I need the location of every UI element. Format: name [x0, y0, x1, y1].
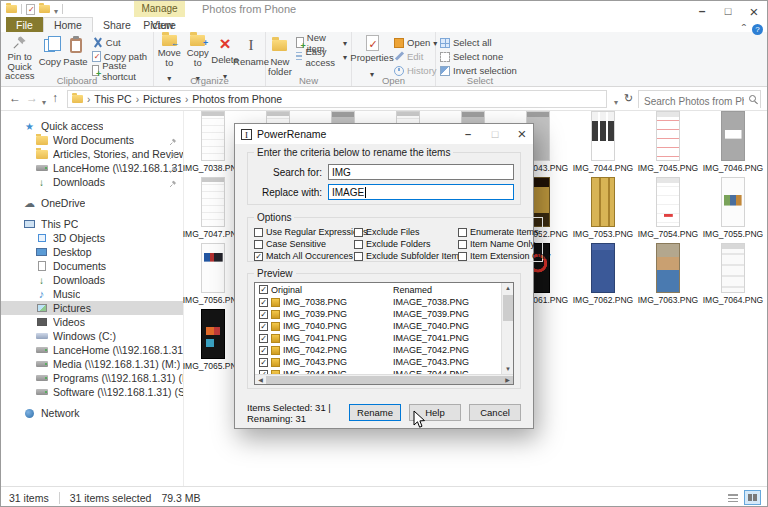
checkbox[interactable] [259, 298, 268, 307]
help-icon[interactable] [752, 24, 763, 35]
breadcrumb-this-pc[interactable]: This PC [94, 93, 131, 105]
sidebar-item-this-pc[interactable]: This PC [1, 217, 183, 231]
sidebar-item-quick-access[interactable]: Quick access [1, 119, 183, 133]
file-item-img-7064-png[interactable]: IMG_7064.PNG [701, 243, 765, 307]
easy-access-button[interactable]: Easy access [293, 50, 350, 63]
minimize-button[interactable] [689, 1, 715, 22]
paste-button[interactable]: Paste [62, 34, 89, 76]
checkbox[interactable] [259, 346, 268, 355]
sidebar-item-onedrive[interactable]: OneDrive [1, 196, 183, 210]
file-item-img-7054-png[interactable]: IMG_7054.PNG [636, 177, 700, 241]
move-to-button[interactable]: ← Move to [155, 34, 184, 76]
sidebar-item-desktop[interactable]: Desktop [1, 245, 183, 259]
breadcrumb-photos-from-phone[interactable]: Photos from Phone [192, 93, 282, 105]
checkbox[interactable] [458, 252, 467, 261]
file-item-img-7053-png[interactable]: IMG_7053.PNG [571, 177, 635, 241]
close-button[interactable] [741, 1, 767, 22]
edit-button[interactable]: Edit [391, 50, 440, 63]
breadcrumb[interactable]: This PC Pictures Photos from Phone [67, 90, 607, 108]
checkbox[interactable] [259, 358, 268, 367]
checkbox[interactable] [254, 252, 263, 261]
select-all-checkbox[interactable] [259, 285, 268, 294]
dialog-maximize-button[interactable] [484, 125, 506, 143]
file-item-img-7046-png[interactable]: IMG_7046.PNG [701, 111, 765, 175]
checkbox[interactable] [458, 240, 467, 249]
file-item-img-7062-png[interactable]: IMG_7062.PNG [571, 243, 635, 307]
maximize-button[interactable] [715, 1, 741, 22]
sidebar-item-downloads[interactable]: Downloads [1, 273, 183, 287]
sidebar-item-software-192-168-1-31-s[interactable]: Software (\\192.168.1.31) (S:) [1, 385, 183, 399]
sidebar-item-word-documents[interactable]: Word Documents [1, 133, 183, 147]
checkbox[interactable] [458, 228, 467, 237]
address-dropdown-icon[interactable] [614, 94, 618, 108]
vertical-scrollbar[interactable] [501, 283, 513, 375]
new-folder-qat-icon[interactable] [39, 5, 50, 13]
copy-button[interactable]: Copy [37, 34, 62, 76]
breadcrumb-pictures[interactable]: Pictures [143, 93, 181, 105]
option-item-extension-only[interactable]: Item Extension Only [458, 251, 536, 261]
recent-locations-icon[interactable] [42, 94, 46, 108]
sidebar-item-videos[interactable]: Videos [1, 315, 183, 329]
sidebar-item-articles-stories-and-reviews[interactable]: Articles, Stories, and Reviews [1, 147, 183, 161]
checkbox[interactable] [354, 252, 363, 261]
option-enumerate-items[interactable]: Enumerate Items [458, 227, 536, 237]
forward-icon[interactable] [26, 91, 38, 105]
option-case-sensitive[interactable]: Case Sensitive [254, 239, 346, 249]
sidebar-item-lancehome-192-168-1-31-l[interactable]: LanceHome (\\192.168.1.31) (L:) [1, 343, 183, 357]
sidebar-item-downloads[interactable]: Downloads [1, 175, 183, 189]
search-input[interactable] [639, 94, 760, 110]
preview-row[interactable]: IMG_7041.PNGIMAGE_7041.PNG [255, 332, 513, 344]
horizontal-scrollbar[interactable] [255, 374, 513, 384]
sidebar-item-programs-192-168-1-31-p[interactable]: Programs (\\192.168.1.31) (P:) [1, 371, 183, 385]
sidebar-item-windows-c[interactable]: Windows (C:) [1, 329, 183, 343]
scroll-up-icon[interactable] [502, 283, 514, 294]
checkbox[interactable] [254, 228, 263, 237]
file-item-img-7063-png[interactable]: IMG_7063.PNG [636, 243, 700, 307]
file-item-img-7055-png[interactable]: IMG_7055.PNG [701, 177, 765, 241]
option-exclude-subfolder-items[interactable]: Exclude Subfolder Items [354, 251, 450, 261]
customize-qat-icon[interactable] [54, 0, 58, 18]
preview-row[interactable]: IMG_7042.PNGIMAGE_7042.PNG [255, 344, 513, 356]
option-item-name-only[interactable]: Item Name Only [458, 239, 536, 249]
search-for-input[interactable]: IMG [328, 164, 514, 180]
properties-button[interactable]: Properties [353, 34, 391, 76]
select-none-button[interactable]: Select none [437, 50, 520, 63]
tab-home[interactable]: Home [43, 17, 93, 32]
option-match-all-occurences[interactable]: Match All Occurences [254, 251, 346, 261]
scrollbar-thumb[interactable] [266, 376, 514, 384]
rename-button[interactable]: Rename [238, 34, 264, 76]
option-exclude-files[interactable]: Exclude Files [354, 227, 450, 237]
tab-file[interactable]: File [6, 17, 43, 32]
rename-confirm-button[interactable]: Rename [349, 404, 401, 421]
details-view-icon[interactable] [724, 490, 741, 505]
collapse-ribbon-icon[interactable] [742, 20, 746, 38]
select-all-button[interactable]: Select all [437, 36, 520, 49]
replace-with-input[interactable]: IMAGE [328, 184, 514, 200]
cancel-button[interactable]: Cancel [469, 404, 521, 421]
preview-row[interactable]: IMG_7043.PNGIMAGE_7043.PNG [255, 356, 513, 368]
file-item-img-7045-png[interactable]: IMG_7045.PNG [636, 111, 700, 175]
sidebar-item-network[interactable]: Network [1, 406, 183, 420]
checkbox[interactable] [259, 322, 268, 331]
preview-row[interactable]: IMG_7038.PNGIMAGE_7038.PNG [255, 296, 513, 308]
option-exclude-folders[interactable]: Exclude Folders [354, 239, 450, 249]
properties-qat-icon[interactable] [26, 4, 35, 15]
pin-to-quick-access-button[interactable]: Pin to Quick access [2, 34, 37, 76]
preview-row[interactable]: IMG_7039.PNGIMAGE_7039.PNG [255, 308, 513, 320]
scroll-right-icon[interactable] [502, 375, 513, 385]
sidebar-item-pictures[interactable]: Pictures [1, 301, 183, 315]
scrollbar-thumb[interactable] [503, 295, 513, 321]
delete-button[interactable]: Delete [212, 34, 238, 76]
sidebar-item-3d-objects[interactable]: 3D Objects [1, 231, 183, 245]
up-icon[interactable] [52, 91, 58, 105]
option-use-regular-expressions[interactable]: Use Regular Expressions [254, 227, 346, 237]
checkbox[interactable] [259, 334, 268, 343]
scroll-left-icon[interactable] [255, 375, 266, 385]
refresh-icon[interactable] [624, 91, 633, 105]
sidebar-item-music[interactable]: Music [1, 287, 183, 301]
checkbox[interactable] [354, 228, 363, 237]
sidebar-item-lancehome-192-168-1-31-l[interactable]: LanceHome (\\192.168.1.31) (L:) [1, 161, 183, 175]
sidebar-item-media-192-168-1-31-m[interactable]: Media (\\192.168.1.31) (M:) [1, 357, 183, 371]
checkbox[interactable] [354, 240, 363, 249]
new-folder-button[interactable]: New folder [267, 34, 293, 76]
